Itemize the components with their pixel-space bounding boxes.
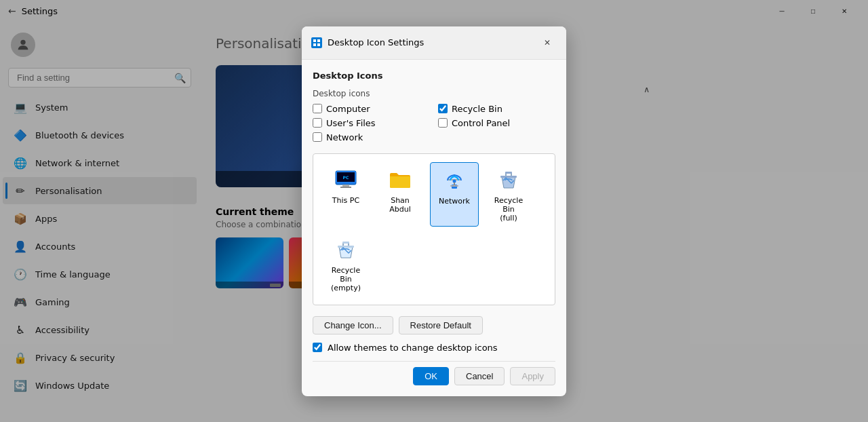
icon-recycle-empty[interactable]: Recycle Bin (empty) (321, 232, 370, 296)
svg-rect-15 (450, 185, 458, 187)
svg-rect-3 (313, 43, 316, 46)
icon-recycle-full[interactable]: Recycle Bin (full) (484, 162, 533, 227)
shan-abdul-label: Shan Abdul (380, 196, 420, 214)
svg-rect-19 (342, 242, 349, 244)
restore-default-button[interactable]: Restore Default (399, 316, 483, 334)
this-pc-label: This PC (332, 196, 359, 205)
checkbox-network[interactable]: Network (313, 132, 430, 142)
change-icon-row: Change Icon... Restore Default (313, 316, 555, 334)
recycle-empty-label: Recycle Bin (empty) (326, 266, 366, 292)
dialog-button-row: OK Cancel Apply (313, 361, 555, 385)
dialog-icons-label: Desktop icons (313, 89, 555, 98)
svg-rect-2 (317, 39, 320, 42)
svg-text:PC: PC (343, 175, 349, 180)
cancel-button[interactable]: Cancel (454, 367, 505, 385)
icon-grid: PC This PC Shan Abdul (313, 153, 555, 305)
dialog-title-left: Desktop Icon Settings (311, 37, 424, 48)
network-icon (441, 167, 468, 194)
dialog-close-button[interactable]: ✕ (538, 33, 557, 52)
allow-themes-checkbox-row[interactable]: Allow themes to change desktop icons (313, 343, 555, 353)
icon-this-pc[interactable]: PC This PC (321, 162, 370, 227)
icon-shan-abdul[interactable]: Shan Abdul (376, 162, 425, 227)
dialog-title: Desktop Icon Settings (328, 37, 424, 47)
svg-rect-18 (338, 246, 354, 248)
apply-button[interactable]: Apply (510, 367, 555, 385)
svg-rect-16 (500, 176, 517, 178)
svg-rect-1 (313, 39, 316, 42)
checkbox-control-panel-input[interactable] (438, 118, 448, 128)
svg-rect-14 (454, 183, 455, 185)
desktop-icons-checkboxes: Computer Recycle Bin User's Files Contro… (313, 104, 555, 142)
checkbox-recycle-bin-input[interactable] (438, 104, 448, 113)
allow-themes-checkbox[interactable] (313, 343, 322, 352)
checkbox-users-files-input[interactable] (313, 118, 322, 128)
icon-network[interactable]: Network (430, 162, 479, 227)
svg-rect-4 (317, 43, 320, 46)
dialog-titlebar: Desktop Icon Settings ✕ (302, 26, 566, 60)
checkbox-users-files[interactable]: User's Files (313, 118, 430, 128)
svg-rect-8 (342, 185, 349, 187)
this-pc-icon: PC (332, 166, 359, 193)
desktop-icon-settings-dialog: Desktop Icon Settings ✕ Desktop Icons De… (302, 26, 566, 396)
allow-themes-label: Allow themes to change desktop icons (328, 343, 498, 353)
svg-rect-9 (340, 187, 351, 188)
ok-button[interactable]: OK (413, 367, 449, 385)
checkbox-network-input[interactable] (313, 132, 322, 142)
dialog-body: Desktop Icons Desktop icons Computer Rec… (302, 60, 566, 396)
dialog-app-icon (311, 37, 322, 48)
checkbox-recycle-bin[interactable]: Recycle Bin (438, 104, 555, 114)
change-icon-button[interactable]: Change Icon... (313, 316, 393, 334)
dialog-overlay: Desktop Icon Settings ✕ Desktop Icons De… (0, 0, 868, 422)
recycle-full-label: Recycle Bin (full) (488, 196, 529, 223)
network-label: Network (439, 197, 470, 206)
checkbox-control-panel[interactable]: Control Panel (438, 118, 555, 128)
svg-rect-17 (505, 172, 512, 174)
checkbox-computer[interactable]: Computer (313, 104, 430, 114)
dialog-section-title: Desktop Icons (313, 71, 555, 81)
recycle-full-icon (495, 166, 522, 193)
svg-point-13 (453, 179, 456, 183)
recycle-empty-icon (332, 236, 359, 263)
checkbox-computer-input[interactable] (313, 104, 322, 113)
folder-icon (387, 166, 414, 193)
